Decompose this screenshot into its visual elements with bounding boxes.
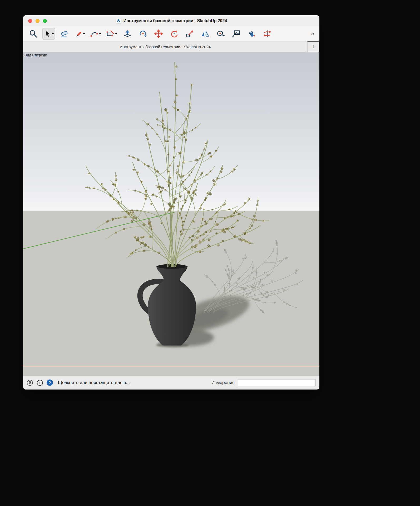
measurements-label: Измерения [211, 380, 235, 385]
3d-scene-canvas [23, 52, 319, 376]
view-name-label: Вид Спереди [24, 53, 47, 57]
flip-along-tool-button[interactable] [261, 28, 274, 40]
minimize-button[interactable] [36, 19, 39, 23]
sketchup-window: Инструменты базовой геометрии - SketchUp… [23, 15, 319, 390]
rotate-tool-button[interactable] [168, 28, 180, 40]
follow-me-icon [139, 30, 147, 38]
line-tool-button[interactable] [73, 28, 86, 40]
info-button[interactable]: i [36, 379, 43, 386]
push-pull-icon [123, 30, 132, 38]
status-bar: i ? Щелкните или перетащите для в... Изм… [23, 376, 319, 390]
geolocation-button[interactable] [26, 379, 33, 386]
pencil-icon [75, 30, 82, 37]
select-dropdown-caret[interactable] [52, 33, 54, 35]
info-icon: i [37, 380, 43, 386]
push-pull-tool-button[interactable] [121, 28, 134, 40]
text-tool-button[interactable]: A1 [230, 28, 243, 40]
scale-icon [185, 30, 194, 38]
eraser-tool-button[interactable] [58, 28, 71, 40]
toolbar: A1 » [23, 26, 319, 41]
select-tool-button[interactable] [42, 28, 55, 40]
eraser-icon [60, 30, 68, 38]
scale-tool-button[interactable] [183, 28, 196, 40]
tape-measure-icon [216, 30, 225, 38]
window-title-text: Инструменты базовой геометрии - SketchUp… [123, 18, 227, 23]
text-tool-glyph: A1 [235, 31, 239, 34]
help-button[interactable]: ? [46, 379, 53, 386]
flip-icon [201, 30, 209, 38]
help-icon: ? [46, 379, 53, 386]
arc-dropdown-caret[interactable] [99, 33, 101, 35]
sketchup-logo-icon [116, 18, 121, 24]
close-button[interactable] [28, 19, 32, 23]
flip-tool-button[interactable] [199, 28, 211, 40]
svg-text:?: ? [48, 380, 51, 385]
shape-dropdown-caret[interactable] [115, 33, 117, 35]
measurements-input[interactable] [238, 379, 316, 386]
flip-along-icon [263, 30, 271, 38]
model-viewport[interactable]: Вид Спереди [23, 52, 319, 376]
search-icon [29, 30, 37, 38]
search-tool-button[interactable] [27, 28, 39, 40]
tape-measure-tool-button[interactable] [214, 28, 227, 40]
traffic-lights [28, 15, 47, 26]
line-dropdown-caret[interactable] [83, 33, 85, 35]
rectangle-icon [106, 30, 114, 38]
paint-bucket-icon [248, 30, 256, 38]
arc-icon [90, 30, 98, 38]
new-tab-button[interactable]: + [307, 41, 319, 52]
toolbar-overflow-button[interactable]: » [309, 30, 316, 37]
follow-me-tool-button[interactable] [137, 28, 149, 40]
svg-text:i: i [39, 381, 40, 385]
shape-tool-button[interactable] [105, 28, 118, 40]
title-bar[interactable]: Инструменты базовой геометрии - SketchUp… [23, 15, 319, 26]
status-hint-text: Щелкните или перетащите для в... [58, 380, 130, 385]
scene-tab[interactable]: Инструменты базовой геометрии - SketchUp… [23, 41, 307, 52]
arc-tool-button[interactable] [89, 28, 102, 40]
window-title: Инструменты базовой геометрии - SketchUp… [116, 18, 227, 24]
text-tool-icon: A1 [232, 30, 240, 38]
move-tool-button[interactable] [152, 28, 165, 40]
tab-bar: Инструменты базовой геометрии - SketchUp… [23, 41, 319, 52]
select-arrow-icon [43, 30, 51, 37]
geolocation-icon [27, 380, 33, 386]
paint-bucket-tool-button[interactable] [245, 28, 258, 40]
move-icon [154, 30, 163, 38]
rotate-icon [170, 30, 178, 38]
zoom-window-button[interactable] [43, 19, 47, 23]
